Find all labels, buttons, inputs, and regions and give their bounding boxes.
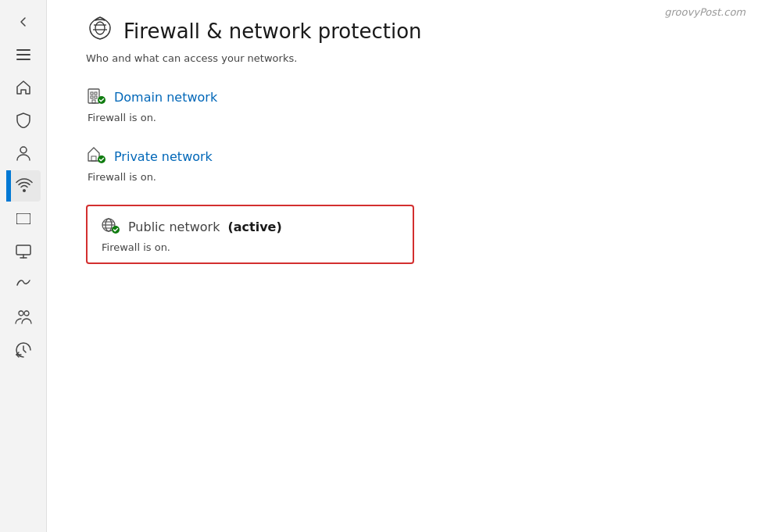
svg-point-3 xyxy=(20,147,27,153)
svg-rect-11 xyxy=(95,92,97,95)
svg-rect-9 xyxy=(88,89,99,103)
sidebar-item-shield[interactable] xyxy=(6,105,41,136)
page-title: Firewall & network protection xyxy=(123,20,422,43)
svg-rect-13 xyxy=(95,96,97,98)
sidebar-item-menu[interactable] xyxy=(6,39,41,70)
sidebar xyxy=(0,0,47,532)
domain-network-link[interactable]: Domain network xyxy=(86,86,727,109)
domain-network-icon xyxy=(86,86,106,109)
sidebar-item-family[interactable] xyxy=(6,302,41,333)
svg-point-15 xyxy=(98,96,105,104)
svg-rect-2 xyxy=(16,59,30,60)
svg-point-8 xyxy=(95,22,105,34)
public-network-label: Public network xyxy=(128,220,220,234)
public-network-header: Public network (active) xyxy=(100,216,400,238)
private-network-status: Firewall is on. xyxy=(88,171,727,183)
sidebar-item-account[interactable] xyxy=(6,137,41,169)
private-network-label: Private network xyxy=(114,149,213,164)
svg-rect-0 xyxy=(16,49,30,51)
svg-rect-4 xyxy=(16,213,30,224)
public-network-active-badge: (active) xyxy=(227,220,281,234)
sidebar-item-back[interactable] xyxy=(6,6,41,37)
public-network-status: Firewall is on. xyxy=(102,241,400,253)
private-network-link[interactable]: Private network xyxy=(86,145,727,168)
public-network-item[interactable]: Public network (active) Firewall is on. xyxy=(86,205,414,264)
svg-rect-10 xyxy=(91,92,93,95)
svg-rect-12 xyxy=(91,96,93,98)
domain-network-label: Domain network xyxy=(114,90,217,105)
public-network-icon xyxy=(100,216,120,238)
sidebar-item-apps[interactable] xyxy=(6,203,41,234)
svg-point-7 xyxy=(24,311,29,316)
page-subtitle: Who and what can access your networks. xyxy=(86,52,727,64)
domain-network-item: Domain network Firewall is on. xyxy=(86,86,727,123)
sidebar-item-device[interactable] xyxy=(6,236,41,267)
domain-network-status: Firewall is on. xyxy=(88,112,727,123)
sidebar-item-network[interactable] xyxy=(6,170,41,202)
svg-rect-5 xyxy=(16,245,30,255)
svg-point-6 xyxy=(19,311,23,316)
svg-rect-16 xyxy=(91,156,96,161)
sidebar-item-home[interactable] xyxy=(6,72,41,103)
watermark: groovyPost.com xyxy=(664,6,745,18)
private-network-item: Private network Firewall is on. xyxy=(86,145,727,183)
page-header: Firewall & network protection xyxy=(86,16,727,46)
sidebar-item-history[interactable] xyxy=(6,334,41,366)
firewall-icon xyxy=(86,16,114,46)
main-content: groovyPost.com Firewall & network protec… xyxy=(47,0,758,532)
svg-point-17 xyxy=(98,155,105,163)
svg-point-20 xyxy=(112,226,120,234)
private-network-icon xyxy=(86,145,106,168)
sidebar-item-activity[interactable] xyxy=(6,269,41,300)
svg-rect-1 xyxy=(16,54,30,55)
